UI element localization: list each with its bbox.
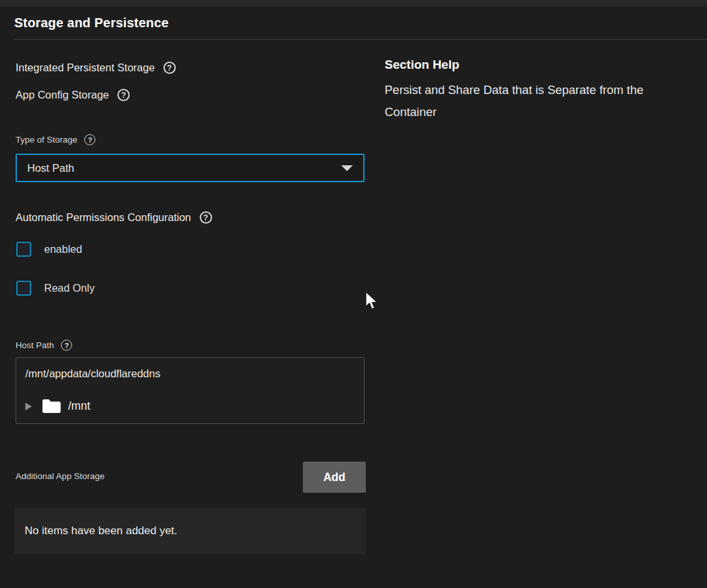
top-band [0, 0, 707, 6]
auto-permissions-row: Automatic Permissions Configuration ? [16, 211, 212, 224]
enabled-checkbox-label: enabled [44, 243, 82, 255]
read-only-checkbox-label: Read Only [44, 282, 95, 294]
empty-items-panel: No items have been added yet. [14, 508, 366, 554]
type-of-storage-value: Host Path [27, 162, 341, 174]
help-icon[interactable]: ? [84, 134, 95, 145]
host-path-input[interactable]: /mnt/appdata/cloudflareddns [16, 357, 365, 390]
tree-node-label: /mnt [68, 399, 90, 413]
additional-app-storage-label-row: Additional App Storage [16, 471, 104, 481]
mouse-cursor [364, 291, 381, 313]
type-of-storage-label: Type of Storage [16, 135, 77, 145]
read-only-checkbox-row[interactable]: Read Only [16, 281, 95, 296]
section-help-title: Section Help [385, 58, 459, 72]
type-of-storage-select[interactable]: Host Path [16, 154, 365, 182]
type-of-storage-label-row: Type of Storage ? [16, 134, 95, 145]
integrated-persistent-storage-label: Integrated Persistent Storage [16, 62, 155, 74]
read-only-checkbox[interactable] [16, 281, 31, 296]
tree-expand-icon[interactable] [25, 403, 32, 410]
section-divider [14, 39, 707, 40]
empty-items-message: No items have been added yet. [25, 524, 177, 537]
help-icon[interactable]: ? [117, 89, 130, 101]
host-path-label: Host Path [16, 340, 54, 350]
app-config-storage-row: App Config Storage ? [16, 89, 130, 101]
chevron-down-icon [341, 165, 353, 171]
enabled-checkbox-row[interactable]: enabled [16, 242, 82, 257]
help-icon[interactable]: ? [61, 340, 72, 351]
storage-and-persistence-section: Storage and Persistence Integrated Persi… [0, 0, 707, 588]
help-icon[interactable]: ? [200, 211, 212, 224]
add-button[interactable]: Add [303, 462, 366, 493]
host-path-label-row: Host Path ? [16, 340, 72, 351]
auto-permissions-label: Automatic Permissions Configuration [16, 211, 191, 224]
folder-icon [42, 398, 62, 414]
help-icon[interactable]: ? [163, 62, 176, 74]
section-help-body: Persist and Share Data that is Separate … [385, 79, 687, 123]
app-config-storage-label: App Config Storage [16, 89, 109, 101]
page-title: Storage and Persistence [14, 16, 169, 30]
host-path-value: /mnt/appdata/cloudflareddns [25, 368, 160, 380]
file-tree-row-mnt[interactable]: /mnt [16, 389, 365, 424]
integrated-persistent-storage-row: Integrated Persistent Storage ? [16, 62, 176, 74]
additional-app-storage-label: Additional App Storage [16, 471, 104, 481]
enabled-checkbox[interactable] [16, 242, 31, 257]
